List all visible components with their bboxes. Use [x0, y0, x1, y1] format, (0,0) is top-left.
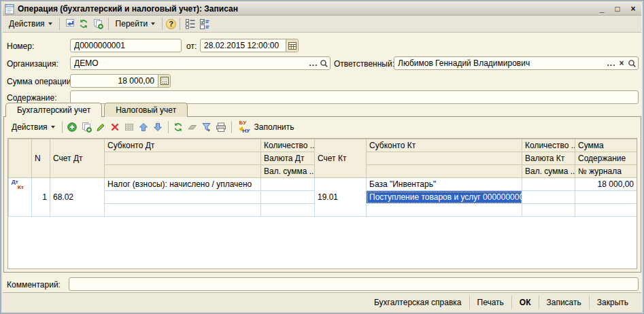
comment-label: Комментарий: — [7, 278, 61, 292]
tab-accounting[interactable]: Бухгалтерский учет — [5, 103, 102, 117]
header-content: Содержание — [575, 152, 637, 165]
table-row[interactable]: Дт Кт 1 68.02 Налог (взносы): начислено … — [9, 178, 637, 191]
write-document-icon[interactable] — [63, 18, 76, 31]
comment-input[interactable] — [69, 279, 638, 289]
responsible-label: Ответственный: — [334, 57, 394, 71]
cell-debit-qty[interactable] — [261, 178, 315, 191]
toolbar-separator — [59, 18, 60, 30]
refresh-icon[interactable] — [78, 18, 90, 31]
bu-label: БУ — [239, 120, 247, 126]
amount-field[interactable] — [70, 74, 171, 88]
cell-credit-subconto-3[interactable] — [367, 204, 522, 217]
goto-menu-button[interactable]: Перейти — [112, 18, 159, 30]
cell-journal-no[interactable] — [575, 204, 637, 217]
print-button[interactable]: Печать — [469, 296, 511, 309]
help-icon[interactable]: ? — [166, 19, 176, 29]
number-input[interactable] — [71, 41, 181, 50]
toolbar-separator — [162, 18, 163, 30]
filter-settings-icon[interactable] — [201, 120, 214, 133]
header-debit-subconto: Субконто Дт — [105, 139, 261, 152]
cell-credit-subconto-2-selected[interactable]: Поступление товаров и услуг 000000000... — [367, 191, 522, 204]
table-actions-label: Действия — [12, 122, 48, 132]
chevron-down-icon — [151, 22, 155, 25]
entries-table-area[interactable]: N Счет Дт Субконто Дт Количество ... Сче… — [7, 138, 637, 269]
calendar-icon[interactable] — [286, 39, 298, 52]
header-credit-cur-sum: Вал. сумма ... — [522, 165, 575, 178]
responsible-search-icon[interactable] — [627, 58, 637, 69]
copy-document-icon[interactable] — [92, 18, 105, 31]
header-credit-account: Счет Кт — [315, 139, 367, 178]
responsible-field[interactable]: ... × — [394, 56, 639, 70]
content-input[interactable] — [71, 92, 638, 102]
ok-button[interactable]: ОК — [511, 296, 539, 309]
cell-credit-cur-sum[interactable] — [522, 204, 575, 217]
header-debit-cur-sum: Вал. сумма ... — [261, 165, 315, 178]
content-field[interactable] — [70, 90, 639, 104]
responsible-input[interactable] — [394, 58, 607, 68]
accounting-reference-button[interactable]: Бухгалтерская справка — [367, 296, 469, 309]
cell-credit-qty[interactable] — [522, 178, 575, 191]
move-up-icon[interactable] — [137, 120, 150, 133]
sort-icon-disabled — [186, 120, 199, 133]
header-sum: Сумма — [575, 139, 637, 152]
header-n: N — [32, 139, 50, 178]
responsible-select-icon[interactable]: ... — [607, 58, 616, 69]
table-actions-menu-button[interactable]: Действия — [8, 121, 58, 133]
cell-debit-currency[interactable] — [261, 191, 315, 204]
responsible-clear-icon[interactable]: × — [617, 58, 626, 69]
accounting-tab-panel: Действия — [3, 116, 641, 273]
structure-list-icon[interactable] — [184, 18, 197, 31]
cell-sum[interactable]: 18 000,00 — [575, 178, 637, 191]
delete-row-icon[interactable] — [109, 120, 122, 133]
refresh-list-icon[interactable] — [172, 120, 185, 133]
header-debit-account: Счет Дт — [50, 139, 105, 178]
save-button[interactable]: Записать — [539, 296, 589, 309]
date-label: от: — [186, 39, 197, 53]
copy-row-icon[interactable] — [80, 120, 93, 133]
organization-search-icon[interactable] — [319, 58, 328, 69]
cell-credit-subconto-1[interactable]: База "Инвентарь" — [367, 178, 522, 191]
goto-menu-label: Перейти — [116, 19, 148, 29]
cell-credit-currency[interactable] — [522, 191, 575, 204]
comment-field[interactable] — [69, 277, 639, 291]
header-credit-currency: Валюта Кт — [522, 152, 575, 165]
close-button[interactable]: × — [627, 4, 639, 14]
cell-debit-cur-sum[interactable] — [261, 204, 315, 217]
header-debit-qty: Количество ... — [261, 139, 315, 152]
move-down-icon[interactable] — [152, 120, 165, 133]
header-credit-subconto-2 — [367, 152, 522, 165]
tab-tax[interactable]: Налоговый учет — [104, 103, 188, 117]
fill-button[interactable]: БУ НУ Заполнить — [235, 120, 298, 134]
cell-debit-subconto-1[interactable]: Налог (взносы): начислено / уплачено — [105, 178, 261, 191]
main-toolbar: Действия Перейти ? — [3, 16, 641, 33]
cell-debit-subconto-2[interactable] — [105, 191, 261, 204]
cell-credit-account[interactable]: 19.01 — [315, 178, 367, 217]
actions-menu-label: Действия — [9, 19, 45, 29]
minimize-button[interactable]: _ — [596, 4, 608, 14]
date-field[interactable] — [200, 39, 299, 52]
fill-button-label: Заполнить — [254, 122, 294, 132]
date-input[interactable] — [201, 41, 286, 50]
header-debit-subconto-3 — [105, 165, 261, 178]
organization-input[interactable] — [71, 58, 309, 68]
cell-debit-account[interactable]: 68.02 — [50, 178, 105, 217]
kt-marker: Кт — [18, 184, 24, 190]
organization-field[interactable]: ... — [70, 56, 331, 70]
amount-input[interactable] — [71, 76, 158, 86]
maximize-button[interactable]: □ — [611, 4, 624, 14]
number-field[interactable] — [70, 39, 182, 52]
close-form-button[interactable]: Закрыть — [589, 296, 636, 309]
calculator-icon[interactable] — [158, 75, 170, 87]
window-title: Операция (бухгалтерский и налоговый учет… — [18, 4, 592, 14]
actions-menu-button[interactable]: Действия — [5, 18, 56, 30]
print-list-icon[interactable] — [215, 120, 228, 133]
cell-n[interactable]: 1 — [32, 178, 50, 217]
organization-select-icon[interactable]: ... — [309, 58, 318, 69]
cell-debit-subconto-3[interactable] — [105, 204, 261, 217]
add-row-icon[interactable] — [66, 120, 79, 133]
header-credit-subconto-3 — [367, 165, 522, 178]
chevron-down-icon — [51, 126, 55, 128]
cell-content[interactable] — [575, 191, 637, 204]
checkbox-settings-icon[interactable] — [198, 18, 211, 31]
edit-row-icon[interactable] — [95, 120, 107, 133]
